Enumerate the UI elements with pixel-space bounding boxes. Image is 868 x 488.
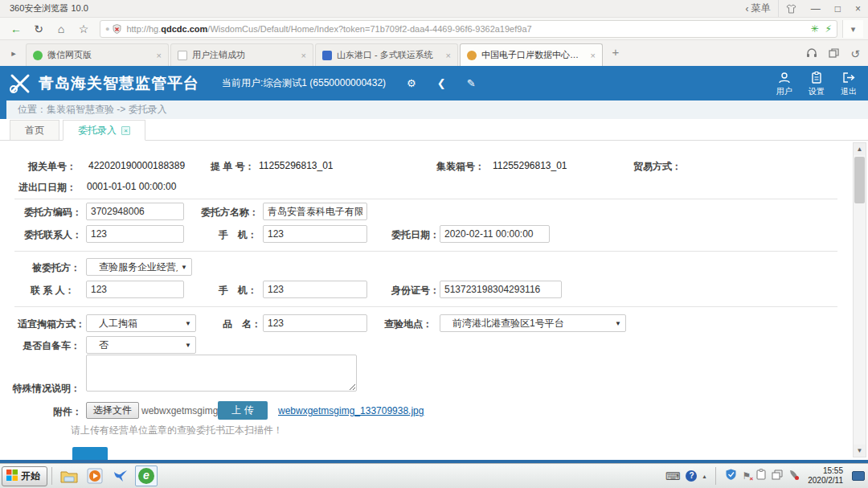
inspect-place-select[interactable]: 前湾港北港查验区1号平台 ▼ <box>440 314 626 332</box>
tab-home[interactable]: 首页 <box>10 120 59 141</box>
new-tab-icon[interactable]: + <box>606 43 625 63</box>
client-code-input[interactable] <box>86 203 184 220</box>
client-mobile-label: 手 机： <box>219 228 257 242</box>
special-note-label: 特殊情况说明： <box>13 382 80 396</box>
own-vehicle-select[interactable]: 否 ▼ <box>86 336 196 354</box>
container-no-label: 集装箱号： <box>436 160 485 174</box>
user-button[interactable]: 用户 <box>776 72 792 96</box>
choose-file-button[interactable]: 选择文件 <box>86 402 139 419</box>
tab-list-icon[interactable]: ▸ <box>3 43 24 64</box>
tab-close-icon[interactable]: × <box>591 51 596 60</box>
edit-icon[interactable]: ✎ <box>467 77 476 89</box>
eport-favicon <box>467 51 477 60</box>
browser-tab-wechat[interactable]: 微信网页版 × <box>26 43 169 66</box>
client-contact-label: 委托联系人： <box>24 228 82 242</box>
client-mobile-input[interactable] <box>263 225 367 243</box>
tab-entrust-entry[interactable]: 委托录入 × <box>63 120 145 141</box>
favorite-star-icon[interactable]: ☆ <box>74 21 93 37</box>
uploaded-file-link[interactable]: webwxgetmsgimg_133709938.jpg <box>278 405 424 416</box>
select-caret-icon: ▼ <box>181 264 187 271</box>
windows-flag-icon <box>6 470 18 483</box>
flag-alert-icon[interactable]: ⚑× <box>742 470 751 482</box>
maximize-button[interactable]: □ <box>828 0 848 17</box>
speed-mode-icon[interactable]: ✳ <box>811 23 819 35</box>
shield-icon[interactable] <box>726 469 736 483</box>
minimize-button[interactable]: — <box>804 0 828 17</box>
trustee-select[interactable]: 查验服务企业经营人 ▼ <box>86 258 192 276</box>
breadcrumb-text: 位置：集装箱智慧查验 -> 委托录入 <box>18 103 167 117</box>
keyboard-icon[interactable]: ⌨ <box>665 470 681 482</box>
unpack-mode-label: 适宜掏箱方式： <box>18 318 85 331</box>
file-explorer-icon[interactable] <box>58 465 80 486</box>
settings-button[interactable]: 设置 <box>809 72 825 96</box>
show-desktop-icon[interactable] <box>852 471 865 481</box>
browser-tab-port[interactable]: 山东港口 - 多式联运系统 × <box>315 43 458 66</box>
skin-icon[interactable] <box>779 0 804 17</box>
scrollbar-thumb[interactable] <box>854 157 865 203</box>
browser-menu-button[interactable]: ‹ 菜单 <box>738 0 778 17</box>
ie-date-value: 0001-01-01 00:00:00 <box>87 181 176 192</box>
url-input[interactable]: ● http://hg.qdcdc.com/WisdomCus/Default/… <box>100 20 837 38</box>
tab-close-icon[interactable]: × <box>121 126 130 135</box>
lightning-icon[interactable]: ⚡ <box>825 23 832 35</box>
bill-no-value: 11255296813_01 <box>259 160 334 171</box>
save-button-partial[interactable] <box>72 447 108 460</box>
media-player-icon[interactable] <box>84 465 106 486</box>
help-icon[interactable]: ? <box>686 470 697 482</box>
client-name-input[interactable] <box>263 203 367 220</box>
menu-chevron-icon: ‹ <box>745 3 748 14</box>
client-contact-input[interactable] <box>86 225 184 243</box>
gear-icon[interactable]: ⚙ <box>407 77 416 89</box>
tab-close-icon[interactable]: × <box>301 51 306 60</box>
scroll-down-icon[interactable]: ▼ <box>854 445 866 457</box>
entrust-form: 报关单号： 422020190000188389 提 单 号： 11255296… <box>0 141 868 460</box>
home-icon[interactable]: ⌂ <box>51 21 71 37</box>
collapse-chevron-icon[interactable]: ❮ <box>437 77 446 89</box>
trustee-label: 被委托方： <box>32 261 80 275</box>
back-icon[interactable]: ← <box>6 21 26 37</box>
tab-close-icon[interactable]: × <box>157 51 162 60</box>
tab-close-icon[interactable]: × <box>446 51 451 60</box>
select-caret-icon: ▼ <box>185 342 191 349</box>
contact-mobile-input[interactable] <box>263 281 367 298</box>
undo-icon[interactable]: ↺ <box>850 47 860 60</box>
browser-tab-eport-active[interactable]: 中国电子口岸数据中心青岛分中 × <box>460 43 603 66</box>
current-user-text: 当前用户:综合测试1 (6550000000432) <box>222 76 386 90</box>
user-icon <box>778 72 791 85</box>
upload-button[interactable]: 上 传 <box>218 401 268 420</box>
window-copy-icon[interactable] <box>829 47 839 61</box>
window-stack-icon[interactable] <box>772 469 783 483</box>
divider <box>14 251 837 252</box>
app-header: 青岛海关智慧监管平台 当前用户:综合测试1 (6550000000432) ⚙ … <box>0 66 868 100</box>
inspect-place-label: 查验地点： <box>384 318 432 331</box>
entrust-date-label: 委托日期： <box>391 228 440 242</box>
browser-titlebar: 360安全浏览器 10.0 ‹ 菜单 — □ × <box>0 0 868 18</box>
browser-tab-logout[interactable]: 用户注销成功 × <box>170 43 313 66</box>
select-caret-icon: ▼ <box>615 320 621 327</box>
thunder-icon[interactable] <box>109 465 132 486</box>
scroll-up-icon[interactable]: ▲ <box>854 143 866 155</box>
goods-name-input[interactable] <box>263 314 367 332</box>
special-note-textarea[interactable] <box>86 355 357 392</box>
taskbar-separator <box>715 467 716 485</box>
logout-button[interactable]: 退出 <box>841 72 857 96</box>
entrust-date-input[interactable] <box>440 225 550 243</box>
breadcrumb: 位置：集装箱智慧查验 -> 委托录入 <box>0 100 868 119</box>
refresh-icon[interactable]: ↻ <box>29 21 48 37</box>
close-button[interactable]: × <box>848 0 868 17</box>
vertical-scrollbar[interactable]: ▲ ▼ <box>853 142 866 457</box>
headphone-icon[interactable] <box>806 47 817 61</box>
phone-alert-icon[interactable] <box>788 470 799 482</box>
id-no-input[interactable] <box>440 281 562 298</box>
clipboard-tray-icon[interactable] <box>756 469 766 483</box>
site-dot-icon: ● <box>105 25 109 33</box>
contact-input[interactable] <box>86 281 184 298</box>
browser-360-icon[interactable]: e <box>135 465 158 486</box>
tray-expand-icon[interactable]: ▴ <box>702 473 706 480</box>
client-name-label: 委托方名称： <box>201 206 259 219</box>
unpack-mode-select[interactable]: 人工掏箱 ▼ <box>86 314 196 332</box>
start-button[interactable]: 开始 <box>2 466 47 486</box>
url-dropdown-icon[interactable]: ▾ <box>842 20 863 38</box>
taskbar-clock[interactable]: 15:55 2020/2/11 <box>808 466 843 486</box>
browser-addressbar: ← ↻ ⌂ ☆ ● http://hg.qdcdc.com/WisdomCus/… <box>0 18 868 40</box>
